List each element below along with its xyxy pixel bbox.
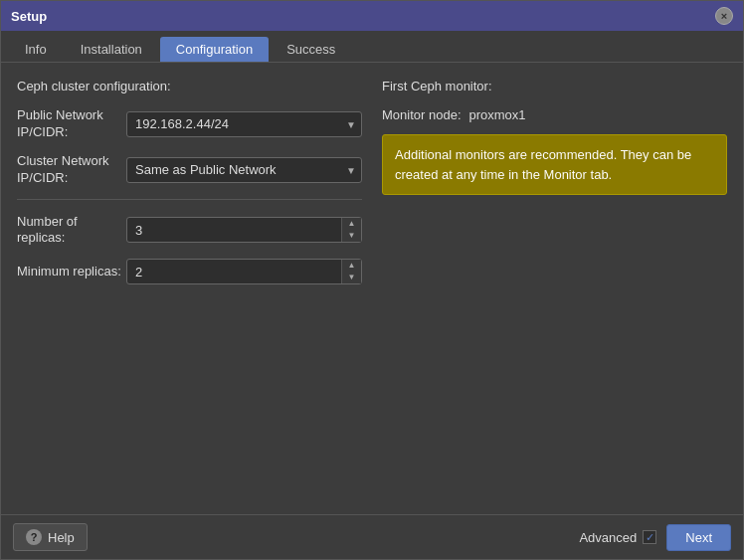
min-replicas-down-button[interactable]: ▼: [342, 272, 361, 283]
min-replicas-row: Minimum replicas: ▲ ▼: [17, 259, 362, 284]
window-title: Setup: [11, 9, 47, 24]
advanced-text: Advanced: [579, 530, 637, 545]
divider: [17, 199, 362, 200]
min-replicas-up-button[interactable]: ▲: [342, 260, 361, 272]
num-replicas-up-button[interactable]: ▲: [342, 218, 361, 230]
close-icon: ×: [721, 10, 727, 22]
help-icon: ?: [26, 529, 42, 545]
next-button[interactable]: Next: [666, 524, 731, 551]
main-content: Ceph cluster configuration: Public Netwo…: [1, 63, 743, 514]
cluster-network-input-wrap: Same as Public Network ▼: [126, 157, 362, 183]
next-label: Next: [685, 530, 712, 545]
help-button[interactable]: ? Help: [13, 523, 88, 551]
warning-text: Additional monitors are recommended. The…: [395, 147, 691, 182]
min-replicas-input[interactable]: [126, 259, 362, 284]
tab-installation[interactable]: Installation: [65, 37, 158, 62]
advanced-checkbox[interactable]: ✓: [643, 530, 656, 544]
num-replicas-label: Number of replicas:: [17, 214, 126, 248]
public-network-row: Public Network IP/CIDR: 192.168.2.44/24 …: [17, 107, 362, 141]
checkmark-icon: ✓: [646, 531, 654, 544]
num-replicas-row: Number of replicas: ▲ ▼: [17, 214, 362, 248]
monitor-node-value: proxmox1: [469, 107, 526, 122]
tab-bar: Info Installation Configuration Success: [1, 31, 743, 63]
left-panel: Ceph cluster configuration: Public Netwo…: [17, 79, 362, 498]
footer-right: Advanced ✓ Next: [579, 524, 731, 551]
cluster-network-label: Cluster Network IP/CIDR:: [17, 153, 126, 187]
setup-window: Setup × Info Installation Configuration …: [0, 0, 744, 560]
first-ceph-monitor-title: First Ceph monitor:: [382, 79, 727, 93]
title-bar: Setup ×: [1, 1, 743, 31]
min-replicas-label: Minimum replicas:: [17, 264, 126, 280]
public-network-select[interactable]: 192.168.2.44/24: [126, 111, 362, 137]
advanced-label: Advanced ✓: [579, 530, 656, 545]
warning-box: Additional monitors are recommended. The…: [382, 134, 727, 195]
num-replicas-spinner-wrap: ▲ ▼: [126, 217, 362, 243]
footer: ? Help Advanced ✓ Next: [1, 514, 743, 559]
tab-success[interactable]: Success: [271, 37, 351, 62]
num-replicas-input[interactable]: [126, 217, 362, 243]
tab-configuration[interactable]: Configuration: [160, 37, 269, 62]
right-panel: First Ceph monitor: Monitor node: proxmo…: [382, 79, 727, 498]
num-replicas-down-button[interactable]: ▼: [342, 230, 361, 242]
cluster-network-row: Cluster Network IP/CIDR: Same as Public …: [17, 153, 362, 187]
close-button[interactable]: ×: [715, 7, 733, 25]
public-network-input-wrap: 192.168.2.44/24 ▼: [126, 111, 362, 137]
monitor-node-label: Monitor node:: [382, 107, 462, 122]
public-network-label: Public Network IP/CIDR:: [17, 107, 126, 141]
min-replicas-spinner-wrap: ▲ ▼: [126, 259, 362, 284]
help-label: Help: [48, 530, 75, 545]
cluster-network-select[interactable]: Same as Public Network: [126, 157, 362, 183]
monitor-node-row: Monitor node: proxmox1: [382, 107, 727, 122]
min-replicas-arrows: ▲ ▼: [341, 260, 361, 283]
num-replicas-arrows: ▲ ▼: [341, 218, 361, 242]
tab-info[interactable]: Info: [9, 37, 63, 62]
ceph-config-title: Ceph cluster configuration:: [17, 79, 362, 93]
